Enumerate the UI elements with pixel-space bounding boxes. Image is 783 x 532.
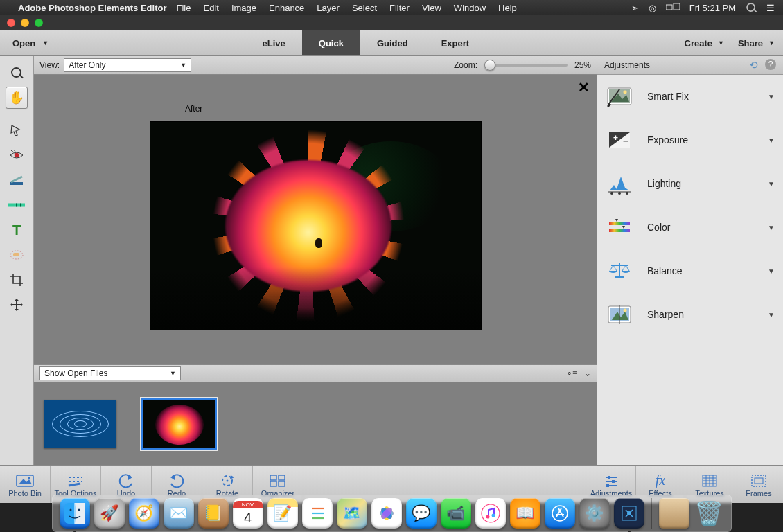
adjustments-panel-header: Adjustments ⟲ ? <box>597 56 783 75</box>
spotlight-icon[interactable] <box>746 2 757 13</box>
dock-facetime-icon[interactable]: 📹 <box>441 498 471 529</box>
dock-photos-icon[interactable] <box>371 498 402 529</box>
svg-text:+: + <box>613 133 618 143</box>
sync-icon[interactable]: ➣ <box>631 3 639 13</box>
move-tool[interactable] <box>6 294 28 316</box>
adjustment-label: Color <box>647 222 670 233</box>
menu-view[interactable]: View <box>422 3 441 13</box>
menu-select[interactable]: Select <box>352 3 377 13</box>
dock-reminders-icon[interactable] <box>302 498 333 529</box>
menu-image[interactable]: Image <box>231 3 256 13</box>
chevron-down-icon: ▼ <box>768 180 775 188</box>
adjustments-title: Adjustments <box>604 60 650 70</box>
share-menu-button[interactable]: Share▼ <box>738 38 775 48</box>
dock-pse-icon[interactable] <box>614 498 644 529</box>
svg-point-15 <box>624 91 627 94</box>
app-name[interactable]: Adobe Photoshop Elements Editor <box>18 3 167 13</box>
creative-cloud-icon[interactable]: ◎ <box>649 3 656 13</box>
spot-heal-tool[interactable] <box>6 244 28 266</box>
view-select-value: After Only <box>69 60 105 70</box>
adjustment-exposure[interactable]: +− Exposure ▼ <box>597 118 783 162</box>
show-open-files-select[interactable]: Show Open Files ▼ <box>39 366 181 380</box>
zoom-slider-thumb[interactable] <box>484 60 495 71</box>
adjustment-smart-fix[interactable]: Smart Fix ▼ <box>597 75 783 118</box>
dock-safari-icon[interactable]: 🧭 <box>129 498 159 529</box>
adjustment-color[interactable]: Color ▼ <box>597 206 783 249</box>
create-menu-button[interactable]: Create▼ <box>685 38 724 48</box>
hand-tool[interactable]: ✋ <box>6 87 28 109</box>
calendar-day: 4 <box>244 508 252 526</box>
menu-edit[interactable]: Edit <box>203 3 218 13</box>
adjustment-label: Balance <box>647 265 683 276</box>
svg-marker-30 <box>622 226 625 229</box>
quick-select-tool[interactable] <box>6 119 28 141</box>
photo-canvas[interactable] <box>150 122 481 330</box>
menu-list-icon[interactable]: ☰ <box>766 3 775 13</box>
dock-messages-icon[interactable]: 💬 <box>406 498 437 529</box>
zoom-tool[interactable] <box>6 62 28 84</box>
menu-enhance[interactable]: Enhance <box>269 3 304 13</box>
dock-appstore-icon[interactable] <box>545 498 575 529</box>
photobin-thumb-1[interactable] <box>44 400 116 448</box>
dock-calendar-icon[interactable]: NOV 4 <box>233 498 263 529</box>
lighting-icon <box>604 170 635 197</box>
dock-ibooks-icon[interactable]: 📖 <box>510 498 540 529</box>
dock-launchpad-icon[interactable]: 🚀 <box>94 498 125 529</box>
zoom-slider[interactable] <box>484 64 568 66</box>
exposure-icon: +− <box>604 126 635 154</box>
crop-tool[interactable] <box>6 269 28 291</box>
svg-point-74 <box>78 509 80 511</box>
adjustment-balance[interactable]: Balance ▼ <box>597 249 783 293</box>
chevron-down-icon: ▼ <box>768 39 775 46</box>
photobin-thumb-2[interactable] <box>143 400 215 448</box>
dock-trash-icon[interactable]: 🗑️ <box>694 498 724 529</box>
close-document-button[interactable]: ✕ <box>578 79 590 96</box>
sort-icon[interactable]: ∘≡ <box>567 369 577 378</box>
open-menu-button[interactable]: Open ▼ <box>0 30 61 55</box>
tab-guided[interactable]: Guided <box>360 30 425 55</box>
menu-help[interactable]: Help <box>498 3 517 13</box>
view-select[interactable]: After Only ▼ <box>64 58 191 72</box>
displays-icon[interactable] <box>666 3 680 12</box>
svg-rect-9 <box>20 204 21 207</box>
adjustment-lighting[interactable]: Lighting ▼ <box>597 162 783 206</box>
dock-downloads-icon[interactable] <box>659 498 689 529</box>
svg-point-86 <box>486 515 489 519</box>
dock-notes-icon[interactable]: 📝 <box>267 498 298 529</box>
svg-point-73 <box>69 509 71 511</box>
window-close-button[interactable] <box>7 19 15 27</box>
text-tool[interactable]: T <box>6 219 28 241</box>
menu-window[interactable]: Window <box>454 3 486 13</box>
adjustment-sharpen[interactable]: Sharpen ▼ <box>597 293 783 337</box>
svg-point-26 <box>626 192 628 195</box>
dock-settings-icon[interactable]: ⚙️ <box>579 498 610 529</box>
adjustments-panel: Adjustments ⟲ ? Smart Fix ▼ +− Exposure … <box>597 56 783 466</box>
reset-icon[interactable]: ⟲ <box>749 59 758 71</box>
dock-mail-icon[interactable]: ✉️ <box>164 498 194 529</box>
tab-quick[interactable]: Quick <box>302 30 360 55</box>
chevron-down-icon: ▼ <box>718 39 724 46</box>
svg-rect-8 <box>16 204 17 207</box>
window-zoom-button[interactable] <box>35 19 43 27</box>
window-titlebar <box>0 15 783 30</box>
dock-finder-icon[interactable] <box>60 498 90 529</box>
menu-file[interactable]: File <box>177 3 191 13</box>
tab-expert[interactable]: Expert <box>425 30 486 55</box>
whiten-teeth-tool[interactable] <box>6 169 28 191</box>
dock-itunes-icon[interactable] <box>475 498 506 529</box>
svg-point-85 <box>482 504 500 522</box>
dock-contacts-icon[interactable]: 📒 <box>198 498 229 529</box>
menu-layer[interactable]: Layer <box>317 3 340 13</box>
collapse-icon[interactable]: ⌄ <box>584 369 591 378</box>
straighten-tool[interactable] <box>6 194 28 216</box>
svg-point-2 <box>15 153 19 157</box>
tab-elive[interactable]: eLive <box>246 30 302 55</box>
menu-filter[interactable]: Filter <box>389 3 410 13</box>
window-minimize-button[interactable] <box>21 19 29 27</box>
menubar-clock[interactable]: Fri 5:21 PM <box>689 3 736 13</box>
dock-maps-icon[interactable]: 🗺️ <box>337 498 367 529</box>
zoom-label: Zoom: <box>454 60 477 70</box>
help-icon[interactable]: ? <box>765 59 776 70</box>
svg-rect-29 <box>609 229 630 232</box>
redeye-tool[interactable] <box>6 144 28 166</box>
